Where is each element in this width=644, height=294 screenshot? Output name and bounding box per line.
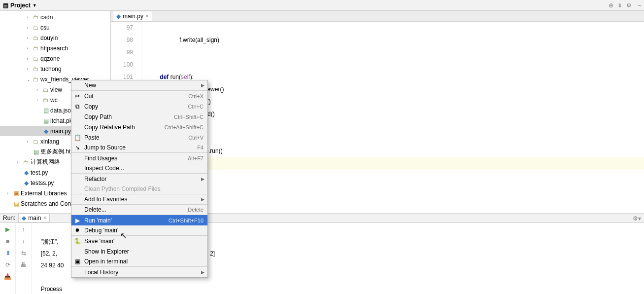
menu-paste[interactable]: 📋PasteCtrl+V (71, 132, 207, 143)
run-action-gutter: ▶ ■ ⏸ ⟳ 📥 (0, 223, 16, 294)
menu-item-label: Inspect Code... (84, 165, 124, 172)
menu-item-label: Save 'main' (84, 238, 114, 245)
tree-item-csu[interactable]: ›🗀csu (0, 22, 110, 33)
menu-delete[interactable]: Delete...Delete (71, 205, 207, 215)
menu-item-label: Add to Favorites (84, 196, 127, 203)
menu-item-icon: ▣ (73, 258, 81, 265)
project-label: Project (10, 2, 31, 9)
menu-item-shortcut: Ctrl+Shift+C (174, 114, 203, 120)
menu-item-icon: ↘ (73, 144, 81, 151)
close-icon[interactable]: × (145, 13, 149, 20)
menu-item-icon: 🐍 (73, 238, 81, 245)
menu-item-icon: ▶ (73, 217, 81, 224)
menu-refactor[interactable]: Refactor▶ (71, 174, 207, 184)
close-icon[interactable]: × (43, 215, 46, 221)
chevron-right-icon: ▶ (201, 197, 204, 202)
menu-add-to-favorites[interactable]: Add to Favorites▶ (71, 194, 207, 205)
tree-item-douyin[interactable]: ›🗀douyin (0, 33, 110, 43)
python-file-icon: ◆ (116, 13, 121, 20)
menu-save-main[interactable]: 🐍Save 'main' (71, 236, 207, 246)
menu-item-label: Copy Relative Path (84, 124, 135, 131)
menu-item-icon: ⧉ (73, 103, 81, 110)
menu-item-shortcut: Delete (188, 207, 203, 213)
tree-item-qqzone[interactable]: ›🗀qqzone (0, 53, 110, 64)
menu-item-label: New (84, 82, 96, 89)
menu-item-shortcut: Ctrl+X (188, 93, 203, 99)
menu-clean-python-compiled-files: Clean Python Compiled Files (71, 184, 207, 194)
tab-filename: main.py (123, 13, 143, 20)
menu-item-label: Show in Explorer (84, 248, 129, 255)
menu-local-history[interactable]: Local History▶ (71, 267, 207, 277)
python-icon: ◆ (22, 215, 26, 221)
up-button[interactable]: ↑ (19, 225, 28, 234)
gear-icon[interactable]: ⚙ (626, 2, 632, 9)
menu-item-shortcut: F4 (197, 145, 203, 150)
tree-item-httpsearch[interactable]: ›🗀httpsearch (0, 43, 110, 53)
menu-copy-relative-path[interactable]: Copy Relative PathCtrl+Alt+Shift+C (71, 122, 207, 132)
menu-item-label: Paste (84, 134, 100, 141)
menu-item-label: Jump to Source (84, 144, 126, 151)
menu-item-label: Open in terminal (84, 258, 128, 265)
menu-show-in-explorer[interactable]: Show in Explorer (71, 246, 207, 257)
run-settings-icon[interactable]: ⚙▾ (633, 215, 641, 222)
menu-item-shortcut: Ctrl+V (188, 135, 203, 141)
stop-button[interactable]: ■ (3, 237, 12, 246)
menu-item-label: Run 'main' (84, 217, 112, 224)
chevron-right-icon: ▶ (201, 177, 204, 182)
menu-item-label: Clean Python Compiled Files (84, 185, 161, 192)
project-dropdown[interactable]: ▤ Project ▼ (3, 2, 37, 9)
menu-item-label: Copy (84, 103, 98, 110)
menu-jump-to-source[interactable]: ↘Jump to SourceF4 (71, 143, 207, 153)
wrap-button[interactable]: ⇆ (19, 249, 28, 257)
menu-item-label: Cut (84, 93, 94, 100)
menu-item-shortcut: Ctrl+C (188, 104, 203, 110)
menu-item-shortcut: Alt+F7 (188, 155, 203, 161)
pause-button[interactable]: ⏸ (3, 249, 12, 257)
menu-item-icon: ✹ (73, 227, 81, 234)
collapse-icon[interactable]: ⇟ (617, 2, 622, 9)
menu-cut[interactable]: ✂CutCtrl+X (71, 91, 207, 101)
project-toolbar: ▤ Project ▼ ⊕ ⇟ ⚙ – (0, 0, 644, 11)
trash-button[interactable]: 📥 (3, 272, 12, 281)
menu-item-label: Local History (84, 269, 118, 276)
menu-copy-path[interactable]: Copy PathCtrl+Shift+C (71, 111, 207, 122)
menu-item-label: Copy Path (84, 113, 112, 120)
chevron-right-icon: ▶ (201, 270, 204, 275)
menu-item-shortcut: Ctrl+Alt+Shift+C (165, 124, 203, 130)
context-menu: New▶✂CutCtrl+X⧉CopyCtrl+CCopy PathCtrl+S… (71, 80, 208, 278)
menu-item-label: Debug 'main' (84, 227, 118, 234)
menu-debug-main[interactable]: ✹Debug 'main' (71, 225, 207, 236)
down-button[interactable]: ↓ (19, 237, 28, 246)
code-content[interactable]: f.write(all_sign) def run(self): self.pr… (141, 22, 644, 213)
menu-new[interactable]: New▶ (71, 80, 207, 91)
restart-button[interactable]: ⟳ (3, 260, 12, 269)
menu-open-in-terminal[interactable]: ▣Open in terminal (71, 257, 207, 267)
print-button[interactable]: 🖶 (19, 260, 28, 269)
run-label: Run: (3, 215, 15, 221)
editor-tabbar: ◆ main.py × (111, 11, 644, 22)
project-icon: ▤ (3, 2, 8, 9)
run-tab-main[interactable]: ◆ main × (18, 214, 50, 222)
chevron-right-icon: ▶ (201, 83, 204, 88)
editor-tab-main[interactable]: ◆ main.py × (113, 11, 152, 21)
menu-item-label: Refactor (84, 176, 106, 183)
menu-copy[interactable]: ⧉CopyCtrl+C (71, 101, 207, 111)
menu-item-icon: 📋 (73, 134, 81, 141)
menu-inspect-code[interactable]: Inspect Code... (71, 163, 207, 174)
menu-item-icon: ✂ (73, 93, 81, 100)
tree-item-tuchong[interactable]: ›🗀tuchong (0, 64, 110, 74)
menu-run-main[interactable]: ▶Run 'main'Ctrl+Shift+F10 (71, 215, 207, 225)
rerun-button[interactable]: ▶ (3, 225, 12, 234)
hide-icon[interactable]: – (638, 2, 641, 9)
menu-find-usages[interactable]: Find UsagesAlt+F7 (71, 153, 207, 163)
target-icon[interactable]: ⊕ (609, 2, 613, 9)
run-output-gutter: ↑ ↓ ⇆ 🖶 (16, 223, 32, 294)
menu-item-shortcut: Ctrl+Shift+F10 (169, 218, 203, 223)
menu-item-label: Delete... (84, 206, 106, 213)
tree-item-csdn[interactable]: ›🗀csdn (0, 12, 110, 22)
menu-item-label: Find Usages (84, 155, 117, 162)
chevron-down-icon: ▼ (33, 3, 37, 8)
